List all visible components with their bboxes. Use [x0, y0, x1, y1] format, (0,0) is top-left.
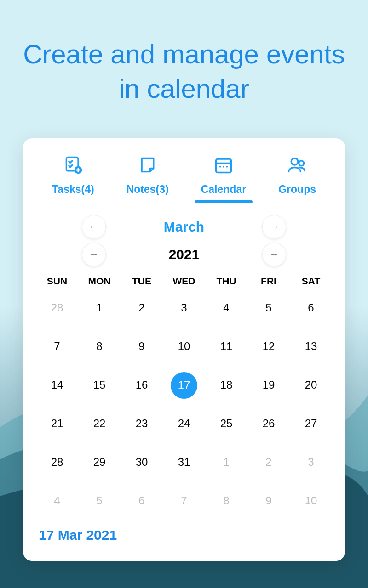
weekday-label: WED [163, 276, 205, 287]
day-cell[interactable]: 13 [290, 334, 332, 359]
day-cell[interactable]: 17 [163, 372, 205, 398]
tab-bar: Tasks(4) Notes(3) Calendar [36, 155, 332, 202]
day-cell[interactable]: 8 [78, 334, 121, 359]
day-cell[interactable]: 10 [163, 334, 205, 359]
tab-label: Tasks(4) [52, 183, 94, 196]
day-cell[interactable]: 1 [78, 295, 121, 321]
day-cell[interactable]: 21 [36, 411, 78, 436]
day-cell[interactable]: 14 [36, 372, 78, 398]
weekday-label: MON [78, 276, 121, 287]
tasks-icon [63, 155, 83, 177]
weekday-label: FRI [247, 276, 290, 287]
day-cell[interactable]: 11 [205, 334, 247, 359]
day-cell[interactable]: 6 [121, 488, 163, 514]
prev-year-button[interactable]: ← [82, 243, 106, 266]
next-year-button[interactable]: → [262, 243, 286, 266]
svg-rect-2 [216, 159, 231, 172]
day-cell[interactable]: 30 [121, 449, 163, 475]
day-cell[interactable]: 4 [36, 488, 78, 514]
weekday-label: THU [205, 276, 247, 287]
day-cell[interactable]: 28 [36, 449, 78, 475]
day-cell[interactable]: 3 [290, 449, 332, 475]
tab-tasks[interactable]: Tasks(4) [48, 155, 98, 202]
selected-date-footer: 17 Mar 2021 [36, 527, 332, 543]
weekday-label: SUN [36, 276, 78, 287]
calendar-card: Tasks(4) Notes(3) Calendar [23, 138, 345, 561]
day-cell[interactable]: 1 [205, 449, 247, 475]
day-cell[interactable]: 22 [78, 411, 121, 436]
day-cell[interactable]: 26 [247, 411, 290, 436]
calendar-grid: 2812345678910111213141516171819202122232… [36, 295, 332, 514]
tab-label: Groups [278, 183, 316, 196]
notes-icon [138, 155, 158, 177]
day-cell[interactable]: 4 [205, 295, 247, 321]
day-cell[interactable]: 7 [36, 334, 78, 359]
tab-label: Notes(3) [126, 183, 169, 196]
day-cell[interactable]: 12 [247, 334, 290, 359]
next-month-button[interactable]: → [262, 215, 286, 239]
day-cell[interactable]: 8 [205, 488, 247, 514]
day-cell[interactable]: 18 [205, 372, 247, 398]
day-cell[interactable]: 2 [121, 295, 163, 321]
year-label: 2021 [156, 247, 212, 262]
day-cell[interactable]: 10 [290, 488, 332, 514]
day-cell[interactable]: 24 [163, 411, 205, 436]
day-cell[interactable]: 23 [121, 411, 163, 436]
day-cell[interactable]: 7 [163, 488, 205, 514]
day-cell[interactable]: 6 [290, 295, 332, 321]
day-cell[interactable]: 31 [163, 449, 205, 475]
day-cell[interactable]: 16 [121, 372, 163, 398]
day-cell[interactable]: 9 [121, 334, 163, 359]
svg-point-7 [299, 161, 304, 166]
weekday-label: SAT [290, 276, 332, 287]
day-cell[interactable]: 28 [36, 295, 78, 321]
day-cell[interactable]: 19 [247, 372, 290, 398]
prev-month-button[interactable]: ← [82, 215, 106, 239]
svg-point-3 [219, 166, 221, 168]
day-cell[interactable]: 2 [247, 449, 290, 475]
weekday-header: SUNMONTUEWEDTHUFRISAT [36, 276, 332, 287]
month-label: March [156, 219, 212, 235]
day-cell[interactable]: 5 [247, 295, 290, 321]
calendar-icon [213, 155, 234, 177]
tab-groups[interactable]: Groups [275, 155, 320, 202]
tab-label: Calendar [201, 183, 246, 196]
day-cell[interactable]: 15 [78, 372, 121, 398]
page-headline: Create and manage events in calendar [0, 0, 368, 124]
svg-point-5 [226, 166, 228, 168]
tab-calendar[interactable]: Calendar [197, 155, 250, 202]
svg-point-4 [223, 166, 224, 168]
day-cell[interactable]: 29 [78, 449, 121, 475]
day-cell[interactable]: 20 [290, 372, 332, 398]
svg-point-6 [291, 158, 298, 165]
groups-icon [287, 155, 307, 177]
day-cell[interactable]: 5 [78, 488, 121, 514]
day-cell[interactable]: 3 [163, 295, 205, 321]
tab-notes[interactable]: Notes(3) [123, 155, 172, 202]
weekday-label: TUE [121, 276, 163, 287]
day-cell[interactable]: 27 [290, 411, 332, 436]
day-cell[interactable]: 25 [205, 411, 247, 436]
day-cell[interactable]: 9 [247, 488, 290, 514]
